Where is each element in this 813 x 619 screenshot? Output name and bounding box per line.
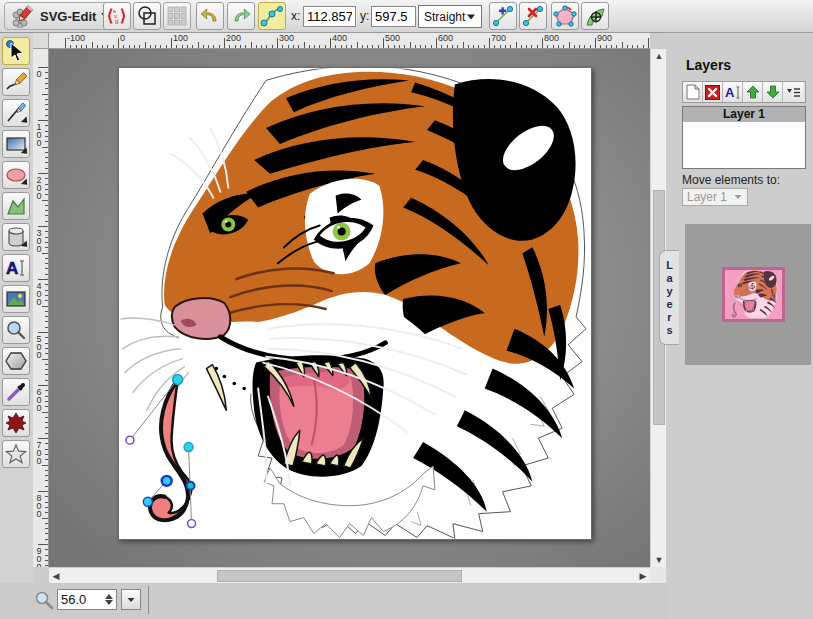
delete-layer-icon — [705, 85, 720, 100]
magnifier-icon — [5, 319, 27, 341]
open-close-path-icon — [553, 4, 577, 28]
tool-connector[interactable] — [2, 409, 30, 437]
bottom-bar: 56.0 — [0, 583, 666, 619]
delete-node-button[interactable] — [519, 2, 547, 30]
x-coordinate-input[interactable] — [303, 6, 356, 27]
tool-image[interactable] — [2, 285, 30, 313]
tool-rect[interactable] — [2, 130, 30, 158]
main-menu-button[interactable]: SVG-Edit — [4, 2, 118, 30]
layers-panel: Layers Layers A — [666, 33, 813, 619]
node-add-icon — [491, 4, 515, 28]
layers-panel-handle[interactable]: Layers — [659, 250, 679, 345]
svg-text:g: g — [115, 18, 118, 24]
zoom-preset-dropdown[interactable] — [121, 589, 141, 610]
red-shape-icon — [5, 412, 27, 434]
editor-preferences-button[interactable] — [163, 2, 191, 30]
tool-line[interactable] — [2, 99, 30, 127]
top-toolbar: SVG-Edit ⟨ ⟩ s v g — [0, 0, 813, 33]
horizontal-scrollbar[interactable]: ◀ ▶ — [49, 567, 650, 583]
layer-thumbnail[interactable] — [722, 267, 785, 322]
scroll-down-icon[interactable]: ▼ — [651, 553, 667, 567]
tool-path[interactable] — [2, 192, 30, 220]
undo-button[interactable] — [196, 2, 224, 30]
y-coordinate-input[interactable] — [371, 6, 416, 27]
svg-text:A: A — [6, 259, 18, 278]
add-node-button[interactable] — [489, 2, 517, 30]
canvas-artwork — [119, 68, 591, 539]
chevron-down-icon — [128, 597, 135, 601]
rename-layer-icon: A — [725, 85, 741, 100]
source-view-button[interactable]: ⟨ ⟩ s v g — [103, 2, 131, 30]
scroll-up-icon[interactable]: ▲ — [651, 49, 667, 63]
open-close-path-button[interactable] — [551, 2, 579, 30]
y-coordinate-label: y: — [360, 9, 369, 23]
svg-text:⟩: ⟩ — [120, 7, 126, 24]
new-layer-button[interactable] — [683, 82, 703, 102]
add-subpath-button[interactable] — [581, 2, 609, 30]
layers-title: Layers — [686, 57, 731, 73]
move-elements-select[interactable]: Layer 1 — [682, 188, 748, 206]
document-properties-icon — [136, 5, 158, 27]
node-edit-mode-button[interactable] — [258, 2, 286, 30]
zoom-magnifier-icon — [34, 590, 54, 610]
layers-handle-label: Layers — [664, 259, 676, 337]
grid-icon — [167, 6, 187, 26]
tool-shape-library[interactable] — [2, 223, 30, 251]
delete-layer-button[interactable] — [703, 82, 723, 102]
svg-edit-logo-icon — [11, 4, 35, 28]
redo-icon — [230, 5, 252, 27]
layer-buttons-row: A — [682, 81, 806, 103]
tool-star[interactable] — [2, 440, 30, 468]
layer-list: Layer 1 — [682, 106, 806, 169]
pencil-icon — [5, 71, 27, 93]
path-tool-icon — [5, 195, 27, 217]
arrow-up-icon — [746, 85, 760, 99]
horizontal-scroll-thumb[interactable] — [217, 570, 462, 582]
tool-zoom[interactable] — [2, 316, 30, 344]
spinner-down-icon[interactable] — [105, 600, 113, 605]
svg-source-icon: ⟨ ⟩ s v g — [106, 5, 128, 27]
scroll-left-icon[interactable]: ◀ — [49, 568, 63, 584]
rename-layer-button[interactable]: A — [723, 82, 743, 102]
sidepanel-menu-button[interactable] — [783, 82, 803, 102]
left-toolbar: A — [0, 33, 33, 583]
new-layer-icon — [686, 84, 700, 100]
zoom-spinner[interactable] — [105, 594, 113, 605]
move-elements-label: Move elements to: — [682, 173, 780, 187]
hexagon-icon — [5, 350, 27, 372]
zoom-level-value: 56.0 — [61, 592, 86, 607]
chevron-down-icon — [735, 195, 742, 199]
v-ruler: 0100200300400500600700800900 — [33, 49, 49, 567]
zoom-level-input[interactable]: 56.0 — [57, 589, 117, 610]
node-delete-icon — [521, 4, 545, 28]
undo-icon — [199, 5, 221, 27]
tool-select[interactable] — [2, 37, 30, 65]
arrow-down-icon — [766, 85, 780, 99]
node-edit-icon — [260, 4, 284, 28]
scrollbar-corner — [650, 567, 666, 583]
text-tool-icon: A — [5, 257, 27, 279]
redo-button[interactable] — [227, 2, 255, 30]
segment-type-value: Straight — [424, 10, 465, 24]
scroll-right-icon[interactable]: ▶ — [636, 568, 650, 584]
tool-ellipse[interactable] — [2, 161, 30, 189]
move-elements-value: Layer 1 — [687, 190, 727, 204]
svg-canvas-page[interactable] — [118, 67, 592, 540]
main-menu-label: SVG-Edit — [40, 9, 96, 24]
h-ruler: -1000100200300400500600700800900100 — [49, 33, 650, 49]
layer-row-layer1[interactable]: Layer 1 — [683, 107, 805, 122]
thumbnail-tint — [725, 270, 782, 319]
tool-pencil[interactable] — [2, 68, 30, 96]
move-layer-up-button[interactable] — [743, 82, 763, 102]
tool-eyedropper[interactable] — [2, 378, 30, 406]
document-properties-button[interactable] — [133, 2, 161, 30]
canvas-workspace[interactable] — [49, 49, 650, 567]
tool-text[interactable]: A — [2, 254, 30, 282]
select-arrow-icon — [5, 40, 27, 62]
svg-text:A: A — [725, 85, 735, 100]
star-icon — [5, 443, 27, 465]
tool-polygon[interactable] — [2, 347, 30, 375]
segment-type-select[interactable]: Straight — [418, 5, 482, 28]
spinner-up-icon[interactable] — [105, 594, 113, 599]
move-layer-down-button[interactable] — [763, 82, 783, 102]
